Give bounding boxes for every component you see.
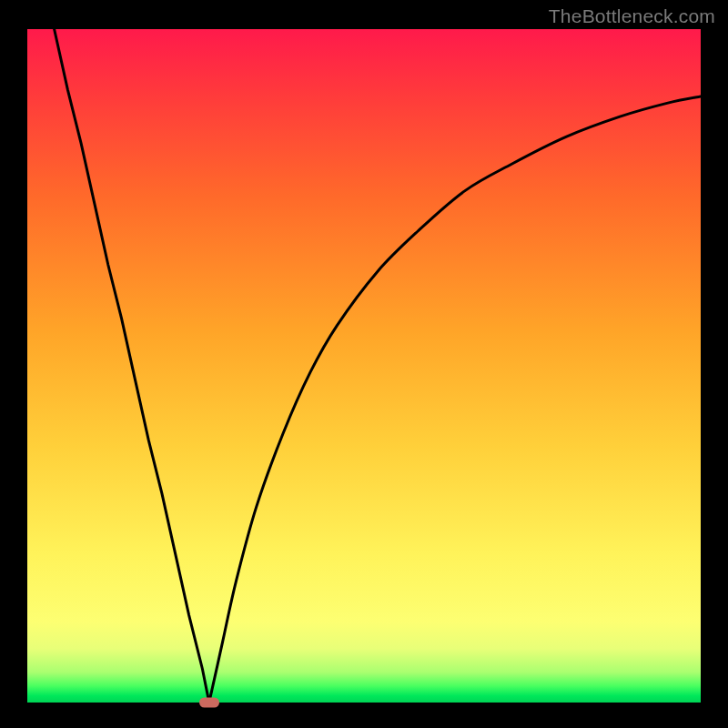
- chart-frame: TheBottleneck.com: [0, 0, 728, 728]
- curve-right-branch: [209, 96, 701, 703]
- bottleneck-curve: [27, 29, 701, 703]
- plot-area: [27, 29, 701, 703]
- optimum-marker: [199, 698, 219, 708]
- curve-left-branch: [55, 29, 209, 703]
- watermark-text: TheBottleneck.com: [549, 5, 715, 27]
